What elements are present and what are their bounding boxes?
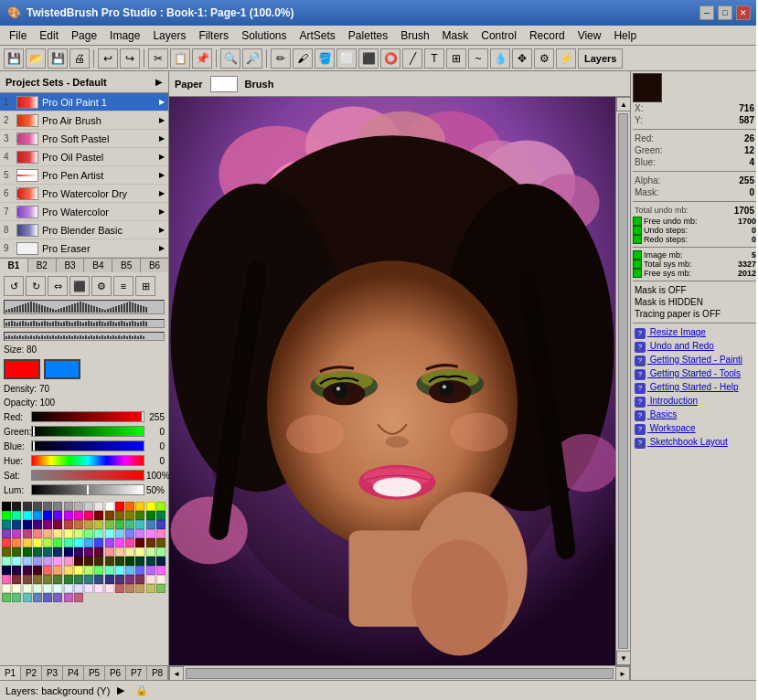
palette-cell[interactable] xyxy=(94,566,103,575)
palette-cell[interactable] xyxy=(105,575,114,584)
palette-cell[interactable] xyxy=(23,575,32,584)
tool-eraser[interactable]: ⬜ xyxy=(336,48,357,69)
palette-cell[interactable] xyxy=(64,584,73,593)
palette-cell[interactable] xyxy=(94,575,103,584)
palette-cell[interactable] xyxy=(43,511,52,520)
palette-cell[interactable] xyxy=(105,557,114,566)
vscroll-up[interactable]: ▲ xyxy=(616,97,630,111)
menu-control[interactable]: Control xyxy=(475,27,522,44)
palette-cell[interactable] xyxy=(156,557,165,566)
palette-tab-p7[interactable]: P7 xyxy=(126,666,147,680)
palette-tab-p3[interactable]: P3 xyxy=(42,666,63,680)
palette-cell[interactable] xyxy=(33,575,42,584)
palette-cell[interactable] xyxy=(146,511,155,520)
palette-cell[interactable] xyxy=(156,520,165,529)
palette-cell[interactable] xyxy=(33,547,42,557)
palette-cell[interactable] xyxy=(84,502,93,511)
tool-text[interactable]: T xyxy=(424,48,444,69)
palette-cell[interactable] xyxy=(43,566,52,575)
palette-cell[interactable] xyxy=(146,575,155,584)
palette-cell[interactable] xyxy=(156,511,165,520)
red-slider[interactable] xyxy=(31,411,144,422)
palette-cell[interactable] xyxy=(115,557,124,566)
palette-cell[interactable] xyxy=(33,538,42,547)
palette-cell[interactable] xyxy=(74,502,83,511)
palette-cell[interactable] xyxy=(2,511,11,520)
help-link-workspace[interactable]: ? Workspace xyxy=(633,422,756,436)
palette-cell[interactable] xyxy=(12,575,21,584)
ctrl-rotate-right[interactable]: ↻ xyxy=(26,276,46,296)
ctrl-extra[interactable]: ≡ xyxy=(113,276,133,296)
palette-cell[interactable] xyxy=(105,520,114,529)
palette-cell[interactable] xyxy=(64,502,73,511)
palette-cell[interactable] xyxy=(43,584,52,593)
palette-cell[interactable] xyxy=(74,557,83,566)
palette-cell[interactable] xyxy=(105,584,114,593)
tool-extra1[interactable]: ⚙ xyxy=(534,48,554,69)
palette-cell[interactable] xyxy=(74,547,83,557)
palette-tab-p8[interactable]: P8 xyxy=(147,666,168,680)
sat-slider[interactable] xyxy=(31,470,144,481)
palette-cell[interactable] xyxy=(2,529,11,538)
project-sets-arrow[interactable]: ▶ xyxy=(155,77,163,87)
brush-item-1[interactable]: 1 Pro Oil Paint 1 ▶ xyxy=(0,93,168,111)
tool-pattern[interactable]: ⊞ xyxy=(446,48,466,69)
paper-color[interactable] xyxy=(210,76,238,92)
palette-cell[interactable] xyxy=(2,547,11,557)
tool-open[interactable]: 📂 xyxy=(26,48,46,69)
brush-tab-b2[interactable]: B2 xyxy=(28,259,57,272)
palette-cell[interactable] xyxy=(53,566,62,575)
tool-save[interactable]: 💾 xyxy=(48,48,68,69)
palette-cell[interactable] xyxy=(105,511,114,520)
palette-cell[interactable] xyxy=(2,566,11,575)
tool-select[interactable]: ⬛ xyxy=(358,48,379,69)
brush-tab-b5[interactable]: B5 xyxy=(112,259,141,272)
palette-cell[interactable] xyxy=(135,520,144,529)
palette-cell[interactable] xyxy=(64,511,73,520)
palette-cell[interactable] xyxy=(74,511,83,520)
help-link-undo[interactable]: ? Undo and Redo xyxy=(633,340,756,354)
palette-cell[interactable] xyxy=(64,575,73,584)
palette-cell[interactable] xyxy=(23,566,32,575)
palette-cell[interactable] xyxy=(23,584,32,593)
background-color[interactable] xyxy=(44,359,80,379)
palette-cell[interactable] xyxy=(156,566,165,575)
brush-item-3[interactable]: 3 Pro Soft Pastel ▶ xyxy=(0,130,168,148)
palette-cell[interactable] xyxy=(23,511,32,520)
palette-cell[interactable] xyxy=(125,575,134,584)
palette-cell[interactable] xyxy=(125,584,134,593)
palette-cell[interactable] xyxy=(94,584,103,593)
palette-cell[interactable] xyxy=(135,547,144,557)
palette-cell[interactable] xyxy=(156,584,165,593)
palette-cell[interactable] xyxy=(53,538,62,547)
palette-cell[interactable] xyxy=(2,593,11,602)
palette-cell[interactable] xyxy=(125,538,134,547)
layers-btn[interactable]: Layers xyxy=(578,48,623,69)
palette-cell[interactable] xyxy=(33,593,42,602)
palette-cell[interactable] xyxy=(156,547,165,557)
status-arrow[interactable]: ▶ xyxy=(117,684,124,696)
help-link-gs-help[interactable]: ? Getting Started - Help xyxy=(633,381,756,395)
menu-brush[interactable]: Brush xyxy=(395,27,434,44)
menu-palettes[interactable]: Palettes xyxy=(343,27,393,44)
palette-cell[interactable] xyxy=(74,520,83,529)
palette-cell[interactable] xyxy=(53,502,62,511)
palette-cell[interactable] xyxy=(135,584,144,593)
palette-cell[interactable] xyxy=(135,538,144,547)
help-link-intro[interactable]: ? Introduction xyxy=(633,395,756,408)
palette-cell[interactable] xyxy=(12,547,21,557)
palette-cell[interactable] xyxy=(105,538,114,547)
vscroll-thumb[interactable] xyxy=(618,113,628,649)
palette-cell[interactable] xyxy=(23,529,32,538)
palette-cell[interactable] xyxy=(146,584,155,593)
palette-cell[interactable] xyxy=(115,584,124,593)
menu-view[interactable]: View xyxy=(572,27,607,44)
menu-mask[interactable]: Mask xyxy=(437,27,475,44)
brush-tab-b4[interactable]: B4 xyxy=(84,259,112,272)
help-link-sketchbook[interactable]: ? Sketchbook Layout xyxy=(633,436,756,450)
hscroll-left[interactable]: ◄ xyxy=(169,666,184,680)
palette-cell[interactable] xyxy=(12,502,21,511)
palette-cell[interactable] xyxy=(105,566,114,575)
palette-cell[interactable] xyxy=(74,593,83,602)
palette-cell[interactable] xyxy=(146,557,155,566)
